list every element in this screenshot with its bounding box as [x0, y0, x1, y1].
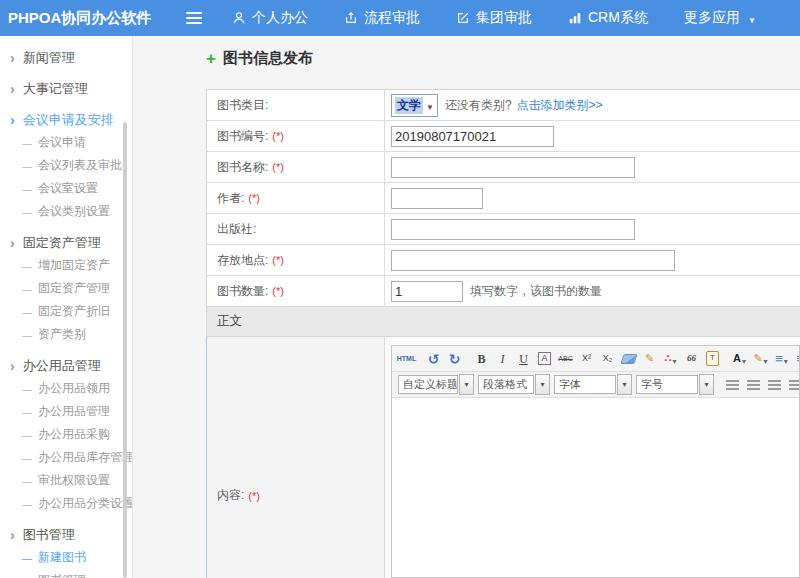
- book-quantity-input[interactable]: [391, 281, 463, 302]
- sidebar-group[interactable]: 图书管理: [10, 524, 132, 546]
- font-color-icon[interactable]: A: [730, 348, 749, 370]
- sidebar-item[interactable]: 会议室设置: [22, 177, 132, 200]
- superscript-icon[interactable]: X²: [577, 348, 596, 370]
- editor-content-area[interactable]: [392, 398, 799, 578]
- caret-down-icon[interactable]: [617, 374, 632, 395]
- sidebar-item[interactable]: 增加固定资产: [22, 254, 132, 277]
- nav-workflow-approval[interactable]: 流程审批: [344, 9, 420, 27]
- sidebar-item-label: 办公用品采购: [38, 426, 110, 443]
- chevron-right-icon: [10, 358, 15, 374]
- sidebar-group-label: 大事记管理: [23, 80, 88, 98]
- dash-icon: [22, 159, 32, 173]
- author-input[interactable]: [391, 188, 483, 209]
- align-justify-icon[interactable]: [786, 374, 799, 396]
- sidebar-item[interactable]: 会议申请: [22, 131, 132, 154]
- category-selected-value: 文学: [395, 97, 423, 114]
- eraser-icon[interactable]: [619, 348, 638, 370]
- format-brush-icon[interactable]: ✎: [640, 348, 659, 370]
- select-value: 字体: [554, 375, 616, 394]
- editor-toolbar-row2: 自定义标题段落格式字体字号∞∞: [392, 372, 799, 398]
- blockquote-icon[interactable]: 66: [682, 348, 701, 370]
- align-left-icon[interactable]: [723, 374, 742, 396]
- sidebar-item[interactable]: 办公用品领用: [22, 377, 132, 400]
- highlight-color-icon[interactable]: ∴: [661, 348, 680, 370]
- sidebar-group[interactable]: 大事记管理: [10, 78, 132, 100]
- field-label: 出版社:: [217, 221, 256, 238]
- nav-group-approval[interactable]: 集团审批: [456, 9, 532, 27]
- italic-icon[interactable]: I: [493, 348, 512, 370]
- sidebar-item[interactable]: 固定资产折旧: [22, 300, 132, 323]
- font-size-select[interactable]: 字号: [636, 374, 714, 395]
- font-family-select[interactable]: 字体: [554, 374, 632, 395]
- storage-location-input[interactable]: [391, 250, 675, 271]
- caret-down-icon[interactable]: [459, 374, 474, 395]
- caret-down-icon: [672, 350, 676, 368]
- align-center-icon[interactable]: [744, 374, 763, 396]
- caret-down-icon[interactable]: [699, 374, 714, 395]
- field-label: 图书名称:: [217, 159, 268, 176]
- rich-text-editor: HTML↺↻BIUAABCX²X₂✎∴66TA✎≡≡ 自定义标题段落格式字体字号…: [391, 345, 800, 578]
- sidebar-item[interactable]: 办公用品管理: [22, 400, 132, 423]
- sidebar-item[interactable]: 办公用品库存管理: [22, 446, 132, 469]
- paragraph-format-select[interactable]: 段落格式: [478, 374, 550, 395]
- sidebar-item[interactable]: 固定资产管理: [22, 277, 132, 300]
- marker-pen-icon[interactable]: ✎: [751, 348, 770, 370]
- field-label: 作者:: [217, 190, 244, 207]
- field-label: 存放地点:: [217, 252, 268, 269]
- chevron-right-icon: [10, 81, 15, 97]
- add-category-link[interactable]: 点击添加类别>>: [517, 97, 603, 114]
- field-label: 图书数量:: [217, 283, 268, 300]
- sidebar-group[interactable]: 固定资产管理: [10, 232, 132, 254]
- paste-icon[interactable]: T: [703, 348, 722, 370]
- underline-icon[interactable]: U: [514, 348, 533, 370]
- dash-icon: [22, 259, 32, 273]
- unordered-list-icon[interactable]: ≡: [793, 348, 799, 370]
- dash-icon: [22, 474, 32, 488]
- field-label: 图书类目:: [217, 97, 268, 114]
- redo-icon[interactable]: ↻: [445, 348, 464, 370]
- menu-toggle-button[interactable]: [182, 8, 206, 28]
- dash-icon: [22, 305, 32, 319]
- dash-icon: [22, 205, 32, 219]
- book-name-input[interactable]: [391, 157, 635, 178]
- custom-title-select[interactable]: 自定义标题: [398, 374, 474, 395]
- nav-personal-office[interactable]: 个人办公: [232, 9, 308, 27]
- sidebar-scrollbar[interactable]: [123, 122, 127, 578]
- nav-more-apps[interactable]: 更多应用: [684, 9, 756, 27]
- strikethrough-icon[interactable]: ABC: [556, 348, 575, 370]
- sidebar-item-label: 固定资产管理: [38, 280, 110, 297]
- sidebar-item[interactable]: 图书管理: [22, 569, 132, 578]
- main-content: 图书信息发布 图书类目: 文学 还没有类别? 点击添加类别>> 图书编号:(*)…: [133, 36, 800, 578]
- sidebar-item[interactable]: 资产类别: [22, 323, 132, 346]
- chart-icon: [568, 11, 582, 25]
- nav-crm-system[interactable]: CRM系统: [568, 9, 648, 27]
- bold-icon[interactable]: B: [472, 348, 491, 370]
- dash-icon: [22, 497, 32, 511]
- book-number-input[interactable]: [391, 126, 554, 147]
- html-source-icon[interactable]: HTML: [397, 348, 416, 370]
- align-right-icon[interactable]: [765, 374, 784, 396]
- form-row-book-number: 图书编号:(*): [206, 121, 800, 152]
- category-select[interactable]: 文学: [391, 94, 438, 117]
- dash-icon: [22, 551, 32, 565]
- sidebar-item-label: 办公用品领用: [38, 380, 110, 397]
- sidebar-group[interactable]: 新闻管理: [10, 47, 132, 69]
- chevron-down-icon: [426, 96, 434, 114]
- caret-down-icon[interactable]: [535, 374, 550, 395]
- body-section-header: 正文: [206, 307, 800, 337]
- sidebar-item[interactable]: 会议列表及审批: [22, 154, 132, 177]
- sidebar-item[interactable]: 办公用品采购: [22, 423, 132, 446]
- required-marker: (*): [248, 192, 260, 204]
- sidebar-item[interactable]: 审批权限设置: [22, 469, 132, 492]
- sidebar-group[interactable]: 办公用品管理: [10, 355, 132, 377]
- undo-icon[interactable]: ↺: [424, 348, 443, 370]
- sidebar-item[interactable]: 新建图书: [22, 546, 132, 569]
- ordered-list-icon[interactable]: ≡: [772, 348, 791, 370]
- sidebar-item[interactable]: 办公用品分类设置: [22, 492, 132, 515]
- font-border-icon[interactable]: A: [535, 348, 554, 370]
- subscript-icon[interactable]: X₂: [598, 348, 617, 370]
- section-label: 正文: [217, 313, 242, 330]
- sidebar-item[interactable]: 会议类别设置: [22, 200, 132, 223]
- sidebar-group[interactable]: 会议申请及安排: [10, 109, 132, 131]
- publisher-input[interactable]: [391, 219, 635, 240]
